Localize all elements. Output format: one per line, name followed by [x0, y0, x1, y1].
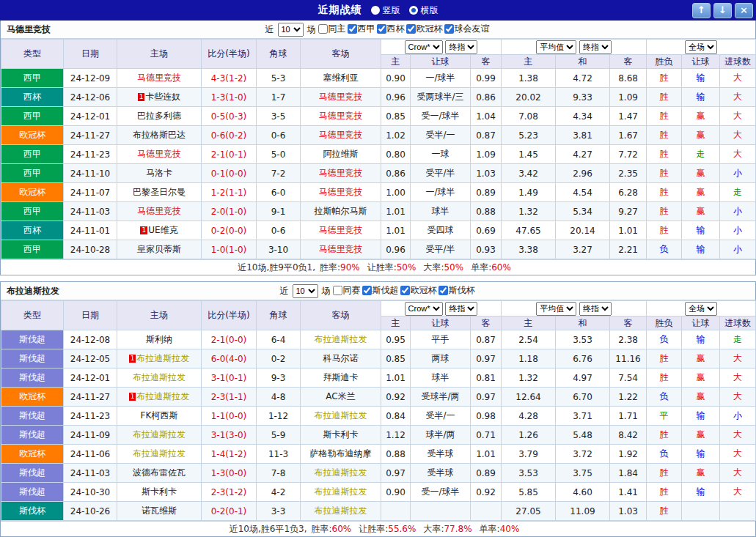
scope-select[interactable]: 全场	[685, 302, 717, 316]
match-score: 1-1(0-0)	[202, 407, 257, 426]
filter-near-label: 近	[265, 23, 274, 36]
league-badge: 斯伐杯	[1, 502, 64, 521]
match-score: 2-0(1-0)	[202, 202, 257, 221]
result-handicap: 走	[682, 145, 720, 164]
avg-final-select[interactable]: 终指	[579, 40, 612, 54]
avg-home: 3.79	[502, 445, 556, 464]
odds-final-select[interactable]: 终指	[445, 40, 477, 54]
filter-checkbox-欧冠杯[interactable]: 欧冠杯	[406, 23, 443, 35]
match-date: 24-11-10	[64, 164, 117, 183]
layout-radio-horizontal[interactable]: 横版	[409, 4, 438, 17]
result-goals: 小	[720, 202, 756, 221]
avg-away: 1.67	[610, 126, 647, 145]
odds-company-select[interactable]: Crow*	[405, 40, 443, 54]
odds-home: 0.90	[381, 69, 411, 88]
home-team: 布拉迪斯拉发	[117, 426, 202, 445]
col-avg-home: 主	[502, 55, 556, 69]
checkbox-icon[interactable]	[400, 286, 410, 295]
handicap: 受半/一	[411, 126, 471, 145]
league-badge: 欧冠杯	[1, 445, 64, 464]
handicap: 受球半/两	[411, 388, 471, 407]
result-handicap: 赢	[682, 107, 720, 126]
avg-company-select[interactable]: 平均值	[536, 40, 576, 54]
league-badge: 西甲	[1, 69, 64, 88]
away-team: 拜斯迪卡	[301, 369, 381, 388]
handicap: 球半/两	[411, 426, 471, 445]
odds-home: 0.84	[381, 407, 411, 426]
red-card-badge: 1	[140, 226, 147, 234]
filter-checkbox-同主[interactable]: 同主	[318, 23, 346, 35]
avg-final-select[interactable]: 终指	[579, 302, 612, 316]
match-score: 0-2(0-1)	[202, 502, 257, 521]
avg-away: 2.38	[610, 330, 647, 349]
checkbox-icon[interactable]	[348, 24, 357, 34]
corner-score: 0-6	[257, 126, 301, 145]
league-badge: 西杯	[1, 221, 64, 240]
avg-company-select[interactable]: 平均值	[536, 302, 576, 316]
result-handicap	[682, 502, 720, 521]
avg-away: 2.21	[610, 240, 647, 259]
odds-away	[471, 502, 502, 521]
checkbox-icon[interactable]	[444, 24, 454, 34]
close-button[interactable]: ×	[735, 3, 753, 18]
odds-final-select[interactable]: 终指	[445, 302, 477, 316]
avg-home: 7.08	[502, 107, 556, 126]
col-handicap-result: 让球	[682, 316, 720, 330]
filter-checkbox-斯伐杯[interactable]: 斯伐杯	[438, 284, 475, 297]
odds-away: 0.99	[471, 69, 502, 88]
odds-away: 1.04	[471, 107, 502, 126]
recent-count-select[interactable]: 10	[278, 23, 304, 37]
scroll-up-button[interactable]: ↑	[692, 3, 711, 18]
corner-score: 4-2	[257, 483, 301, 502]
summary-record: 近10场,胜9平0负1,	[238, 262, 315, 274]
filter-checkbox-西甲[interactable]: 西甲	[348, 23, 375, 35]
away-team: 斯卡利卡	[301, 426, 381, 445]
layout-radio-vertical[interactable]: 竖版	[371, 4, 400, 17]
recent-count-select[interactable]: 10	[293, 284, 318, 298]
checkbox-icon[interactable]	[362, 286, 372, 295]
page-title: 近期战绩	[318, 4, 362, 17]
home-team: 马德里竞技	[117, 145, 202, 164]
home-team: 1卡些连奴	[117, 88, 202, 107]
home-team: 马洛卡	[117, 164, 202, 183]
filter-checkbox-同赛[interactable]: 同赛	[333, 284, 361, 297]
avg-home: 1.49	[502, 183, 556, 202]
match-score: 2-1(0-1)	[202, 145, 257, 164]
handicap: 平手	[411, 330, 471, 349]
away-team: 阿拉维斯	[301, 145, 381, 164]
avg-draw: 5.48	[556, 426, 610, 445]
scroll-down-button[interactable]: ↓	[713, 3, 732, 18]
scope-select[interactable]: 全场	[685, 40, 717, 54]
match-score: 2-3(1-2)	[202, 483, 257, 502]
avg-home: 12.64	[502, 388, 556, 407]
checkbox-icon[interactable]	[406, 24, 416, 34]
corner-score: 3-5	[257, 107, 301, 126]
filter-checkbox-斯伐超[interactable]: 斯伐超	[362, 284, 399, 297]
odds-home: 0.96	[381, 88, 411, 107]
checkbox-icon[interactable]	[333, 286, 342, 295]
result-goals: 走	[720, 330, 756, 349]
filter-checkbox-球会友谊[interactable]: 球会友谊	[444, 23, 490, 35]
summary-row: 近10场,胜6平1负3, 胜率:60%让胜率:55.6%大率:77.8%单率:4…	[1, 521, 755, 536]
summary-stat: 大率:50%	[423, 262, 463, 273]
home-team: 斯卡利卡	[117, 483, 202, 502]
avg-draw: 3.81	[556, 126, 610, 145]
odds-company-select[interactable]: Crow*	[405, 302, 443, 316]
col-away: 客场	[301, 301, 381, 330]
match-date: 24-11-27	[64, 388, 117, 407]
checkbox-icon[interactable]	[438, 286, 448, 295]
handicap: 一/球半	[411, 69, 471, 88]
section-header: 马德里竞技 近 10 场 同主西甲西杯欧冠杯球会友谊	[1, 21, 755, 39]
match-date: 24-11-06	[64, 445, 117, 464]
filter-checkbox-西杯[interactable]: 西杯	[377, 23, 405, 35]
away-team: 马德里竞技	[301, 126, 381, 145]
filter-checkbox-欧冠杯[interactable]: 欧冠杯	[400, 284, 437, 297]
result-handicap: 输	[682, 240, 720, 259]
checkbox-icon[interactable]	[377, 24, 386, 34]
match-date: 24-11-23	[64, 145, 117, 164]
checkbox-icon[interactable]	[318, 24, 328, 34]
match-row: 斯伐杯24-10-26诺瓦维斯0-2(0-1)3-3布拉迪斯拉发27.0511.…	[1, 502, 756, 521]
odds-home: 0.85	[381, 107, 411, 126]
odds-away: 0.93	[471, 240, 502, 259]
col-odds-away: 客	[471, 316, 502, 330]
